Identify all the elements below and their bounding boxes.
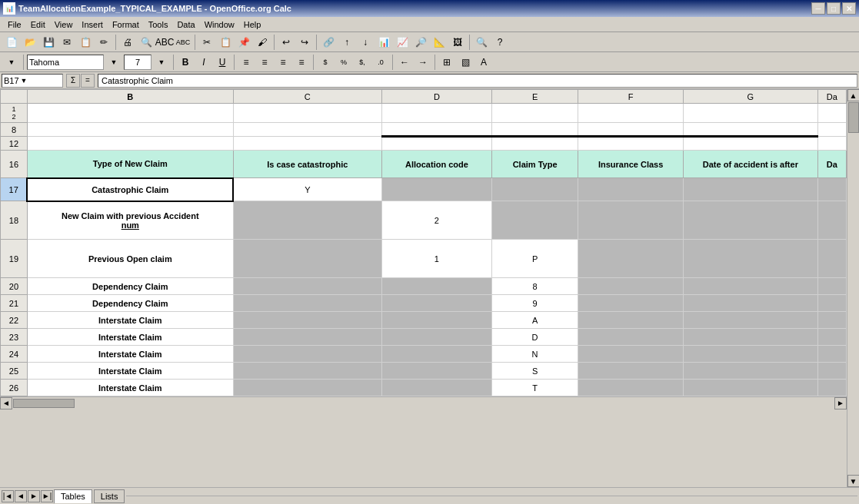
cell-c19[interactable] (233, 240, 381, 278)
font-name-input[interactable] (27, 55, 104, 70)
scroll-left-button[interactable]: ◄ (0, 397, 12, 410)
col-header-c[interactable]: C (233, 90, 381, 104)
cell-h26[interactable] (817, 380, 846, 396)
font-size-input[interactable] (124, 55, 151, 70)
tb-align-center[interactable]: ≡ (256, 54, 273, 71)
font-size-dropdown[interactable]: ▼ (153, 54, 170, 71)
cell-e25[interactable]: S (492, 363, 578, 380)
cell-e21[interactable]: 9 (492, 295, 578, 312)
cell-e12[interactable] (492, 104, 578, 123)
cell-d19[interactable]: 1 (381, 240, 491, 278)
cell-d18[interactable]: 2 (381, 201, 491, 240)
cell-b24[interactable]: Interstate Claim (27, 346, 233, 363)
tb-underline[interactable]: U (214, 54, 231, 71)
tb-help[interactable]: ? (491, 34, 508, 51)
tab-nav-next[interactable]: ► (28, 490, 40, 502)
cell-f21[interactable] (578, 295, 684, 312)
cell-e19[interactable]: P (492, 240, 578, 278)
cell-g20[interactable] (684, 278, 817, 295)
tb-justify[interactable]: ≡ (293, 54, 310, 71)
cell-c24[interactable] (233, 346, 381, 363)
cell-f16[interactable]: Insurance Class (578, 151, 684, 178)
tb-sort-desc[interactable]: ↓ (357, 34, 374, 51)
cell-b23[interactable]: Interstate Claim (27, 329, 233, 346)
cell-g17[interactable] (684, 178, 817, 201)
cell-e12b[interactable] (492, 137, 578, 151)
menu-file[interactable]: File (3, 18, 26, 31)
cell-c17[interactable]: Y (233, 178, 381, 201)
cell-d25[interactable] (381, 363, 491, 380)
cell-b12[interactable] (27, 104, 233, 123)
tb-preview[interactable]: 🔍 (138, 34, 155, 51)
tb-draw[interactable]: 📈 (394, 34, 411, 51)
tb-email[interactable]: ✉ (58, 34, 75, 51)
cell-b16[interactable]: Type of New Claim (27, 151, 233, 178)
cell-c21[interactable] (233, 295, 381, 312)
tb-font-color[interactable]: A (475, 54, 492, 71)
cell-e17[interactable] (492, 178, 578, 201)
cell-d12b[interactable] (381, 137, 491, 151)
cell-f23[interactable] (578, 329, 684, 346)
menu-edit[interactable]: Edit (26, 18, 50, 31)
tb-undo[interactable]: ↩ (278, 34, 295, 51)
cell-h17[interactable] (817, 178, 846, 201)
cell-e26[interactable]: T (492, 380, 578, 396)
cell-e24[interactable]: N (492, 346, 578, 363)
tb-redo[interactable]: ↪ (296, 34, 313, 51)
scroll-down-button[interactable]: ▼ (847, 475, 860, 487)
tb-borders[interactable]: ⊞ (438, 54, 455, 71)
tb-navigator[interactable]: 📐 (431, 34, 448, 51)
tb-new[interactable]: 📄 (3, 34, 20, 51)
close-button[interactable]: ✕ (842, 2, 856, 15)
menu-insert[interactable]: Insert (77, 18, 108, 31)
cell-h12b[interactable] (817, 137, 846, 151)
scrollbar-horizontal[interactable]: ◄ ► (0, 396, 847, 409)
cell-g23[interactable] (684, 329, 817, 346)
cell-d22[interactable] (381, 312, 491, 329)
cell-c22[interactable] (233, 312, 381, 329)
menu-format[interactable]: Format (108, 18, 144, 31)
cell-b18[interactable]: New Claim with previous Accident num (27, 201, 233, 240)
cell-b22[interactable]: Interstate Claim (27, 312, 233, 329)
cell-g16[interactable]: Date of accident is after (684, 151, 817, 178)
cell-b19[interactable]: Previous Open claim (27, 240, 233, 278)
tb-zoom[interactable]: 🔍 (473, 34, 490, 51)
tb-spell2[interactable]: ABC (175, 34, 191, 51)
tb-indent-less[interactable]: ← (396, 54, 413, 71)
cell-h23[interactable] (817, 329, 846, 346)
menu-tools[interactable]: Tools (144, 18, 173, 31)
tb-percent[interactable]: % (335, 54, 352, 71)
tb-bg-color[interactable]: ▧ (457, 54, 474, 71)
tb-gallery[interactable]: 🖼 (449, 34, 466, 51)
tb-find[interactable]: 🔎 (412, 34, 429, 51)
cell-h19[interactable] (817, 240, 846, 278)
cell-e23[interactable]: D (492, 329, 578, 346)
col-header-e[interactable]: E (492, 90, 578, 104)
cell-ref-dropdown[interactable]: ▼ (21, 77, 28, 85)
col-header-f[interactable]: F (578, 90, 684, 104)
cell-g12[interactable] (684, 104, 817, 123)
col-header-g[interactable]: G (684, 90, 817, 104)
cell-d16[interactable]: Allocation code (381, 151, 491, 178)
tb-save[interactable]: 💾 (40, 34, 57, 51)
scrollbar-vertical[interactable]: ▲ ▼ (847, 89, 859, 487)
cell-f19[interactable] (578, 240, 684, 278)
cell-b17[interactable]: Catastrophic Claim (27, 178, 233, 201)
cell-f24[interactable] (578, 346, 684, 363)
tb-cut[interactable]: ✂ (198, 34, 215, 51)
tb-sort-asc[interactable]: ↑ (338, 34, 355, 51)
cell-h25[interactable] (817, 363, 846, 380)
tb-currency[interactable]: $ (317, 54, 334, 71)
cell-d8[interactable] (381, 123, 491, 137)
cell-d12[interactable] (381, 104, 491, 123)
cell-c12b[interactable] (233, 137, 381, 151)
tb-align-right[interactable]: ≡ (275, 54, 291, 71)
cell-h12[interactable] (817, 104, 846, 123)
menu-window[interactable]: Window (200, 18, 239, 31)
cell-c25[interactable] (233, 363, 381, 380)
cell-g26[interactable] (684, 380, 817, 396)
cell-f20[interactable] (578, 278, 684, 295)
menu-help[interactable]: Help (239, 18, 266, 31)
tab-nav-first[interactable]: |◄ (2, 490, 14, 502)
cell-e8[interactable] (492, 123, 578, 137)
